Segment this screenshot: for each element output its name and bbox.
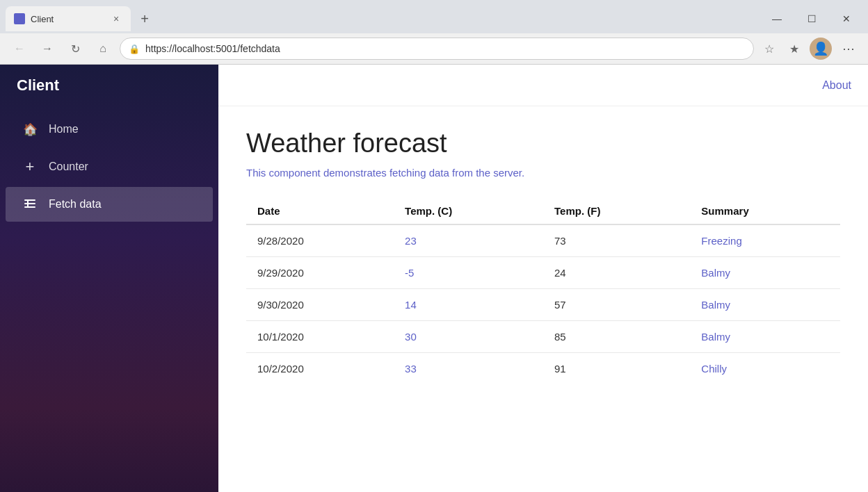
title-bar: Client × + — ☐ ✕ (0, 0, 868, 33)
page-title: Weather forecast (246, 129, 840, 158)
top-nav: About (218, 65, 868, 106)
cell-temp-c: -5 (394, 257, 543, 289)
reload-button[interactable]: ↻ (64, 38, 86, 60)
counter-icon: + (22, 159, 38, 174)
new-tab-button[interactable]: + (134, 8, 156, 30)
about-link[interactable]: About (822, 79, 851, 92)
cell-summary: Balmy (690, 257, 840, 289)
more-options-button[interactable]: ⋯ (837, 38, 860, 60)
cell-summary: Freezing (690, 224, 840, 257)
cell-temp-c: 23 (394, 224, 543, 257)
weather-table: Date Temp. (C) Temp. (F) Summary 9/28/20… (246, 198, 840, 384)
app-layout: Client‌ 🏠 Home + Counter (0, 65, 868, 492)
tab-close-button[interactable]: × (110, 13, 122, 25)
home-icon: 🏠 (22, 122, 38, 137)
tab-title: Client (31, 14, 104, 24)
content-area: Weather forecast This component demonstr… (218, 106, 868, 407)
cell-date: 10/2/2020 (246, 353, 394, 385)
url-bar[interactable]: 🔒 https://localhost:5001/fetchdata (120, 38, 754, 60)
cell-summary: Chilly (690, 353, 840, 385)
cell-summary: Balmy (690, 289, 840, 321)
sidebar-item-counter-label: Counter (49, 161, 88, 173)
fetchdata-icon (22, 197, 38, 212)
svg-rect-3 (27, 199, 29, 208)
col-temp-f: Temp. (F) (543, 198, 690, 224)
page-subtitle: This component demonstrates fetching dat… (246, 167, 840, 179)
tab-favicon (14, 13, 25, 24)
browser-chrome: Client × + — ☐ ✕ ← → ↻ ⌂ 🔒 https://local… (0, 0, 868, 65)
cell-temp-f: 91 (543, 353, 690, 385)
svg-rect-2 (24, 206, 35, 208)
cell-temp-f: 57 (543, 289, 690, 321)
cell-summary: Balmy (690, 321, 840, 353)
bookmark-button[interactable]: ☆ (760, 39, 779, 58)
sidebar-item-home-label: Home (49, 123, 79, 136)
table-header: Date Temp. (C) Temp. (F) Summary (246, 198, 840, 224)
url-text: https://localhost:5001/fetchdata (145, 43, 745, 54)
sidebar-item-fetchdata-label: Fetch data (49, 198, 102, 211)
col-date: Date (246, 198, 394, 224)
cell-temp-f: 85 (543, 321, 690, 353)
cell-date: 10/1/2020 (246, 321, 394, 353)
table-row: 10/2/20203391Chilly (246, 353, 840, 385)
cell-temp-c: 33 (394, 353, 543, 385)
sidebar: Client‌ 🏠 Home + Counter (0, 65, 218, 492)
main-content: About Weather forecast This component de… (218, 65, 868, 492)
browser-tab[interactable]: Client × (6, 6, 131, 31)
forward-button[interactable]: → (36, 38, 58, 60)
sidebar-item-home[interactable]: 🏠 Home (6, 112, 213, 147)
home-button[interactable]: ⌂ (92, 38, 114, 60)
minimize-button[interactable]: — (761, 8, 793, 30)
cell-date: 9/30/2020 (246, 289, 394, 321)
cell-temp-c: 30 (394, 321, 543, 353)
cell-temp-f: 24 (543, 257, 690, 289)
cell-temp-f: 73 (543, 224, 690, 257)
lock-icon: 🔒 (129, 44, 140, 54)
window-controls: — ☐ ✕ (761, 8, 862, 30)
cell-date: 9/28/2020 (246, 224, 394, 257)
app-title-text: Client (17, 76, 59, 95)
table-row: 9/29/2020-524Balmy (246, 257, 840, 289)
sidebar-item-counter[interactable]: + Counter (6, 149, 213, 184)
profile-avatar[interactable]: 👤 (810, 38, 832, 60)
table-body: 9/28/20202373Freezing9/29/2020-524Balmy9… (246, 224, 840, 384)
back-button[interactable]: ← (8, 38, 31, 60)
app-title: Client‌ (0, 65, 218, 106)
maximize-button[interactable]: ☐ (796, 8, 828, 30)
table-row: 9/30/20201457Balmy (246, 289, 840, 321)
col-temp-c: Temp. (C) (394, 198, 543, 224)
sidebar-nav: 🏠 Home + Counter Fetch data (0, 106, 218, 227)
cell-date: 9/29/2020 (246, 257, 394, 289)
cell-temp-c: 14 (394, 289, 543, 321)
svg-rect-0 (24, 199, 35, 201)
close-button[interactable]: ✕ (830, 8, 862, 30)
favorites-button[interactable]: ★ (785, 39, 804, 58)
sidebar-item-fetchdata[interactable]: Fetch data (6, 187, 213, 222)
col-summary: Summary (690, 198, 840, 224)
table-row: 10/1/20203085Balmy (246, 321, 840, 353)
table-row: 9/28/20202373Freezing (246, 224, 840, 257)
address-bar: ← → ↻ ⌂ 🔒 https://localhost:5001/fetchda… (0, 33, 868, 64)
svg-rect-1 (24, 203, 35, 204)
table-header-row: Date Temp. (C) Temp. (F) Summary (246, 198, 840, 224)
